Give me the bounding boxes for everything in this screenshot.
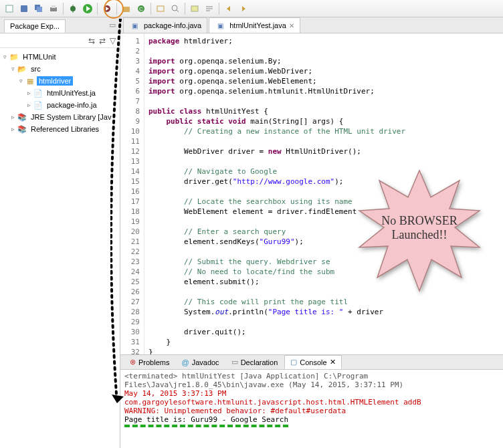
editor-tabs: ▣package-info.java ▣htmlUnitYest.java ✕ [120,17,503,33]
bottom-panel: ⊗Problems @Javadoc ▭Declaration ▢Console… [120,354,503,448]
ref-libraries-node[interactable]: ▹📚Referenced Libraries [1,123,118,135]
console-line-2: WARNING: Unimplemented behavior: #defaul… [124,407,499,415]
svg-rect-1 [21,5,27,12]
back-icon[interactable] [222,2,235,15]
tab-htmlunityest[interactable]: ▣htmlUnitYest.java ✕ [209,17,300,33]
svg-rect-13 [123,7,130,12]
package-explorer-tab[interactable]: Package Exp... [4,19,66,33]
search-icon[interactable] [169,2,182,15]
package-explorer: Package Exp... ▭ ⇆ ⇄ ▽ ▿📁HTMLUnit ▿📂src … [0,17,120,448]
format-icon[interactable] [203,2,216,15]
src-node[interactable]: ▿📂src [1,63,118,75]
tab-package-info[interactable]: ▣package-info.java [123,17,207,33]
minimize-icon[interactable]: ▭ [109,21,116,29]
toggle-comment-icon[interactable] [188,2,201,15]
svg-point-6 [70,6,76,11]
save-icon[interactable] [17,2,31,15]
debug-icon[interactable] [66,2,80,15]
close-icon[interactable]: ✕ [330,358,336,366]
svg-rect-16 [157,6,164,11]
package-node[interactable]: ▿▦htmldriver [1,75,118,87]
svg-line-18 [177,10,179,12]
new-package-icon[interactable] [120,2,133,15]
tab-problems[interactable]: ⊗Problems [124,356,175,368]
svg-text:C: C [139,6,143,12]
file-node-2[interactable]: ▹📄package-info.ja [1,99,118,111]
svg-marker-24 [242,6,245,11]
svg-point-17 [172,5,177,11]
console-terminated-line: <terminated> htmlUnitYest [Java Applicat… [124,372,499,389]
svg-rect-0 [6,5,13,12]
console-output[interactable]: <terminated> htmlUnitYest [Java Applicat… [120,370,503,448]
callout-line-2: Launched!! [356,228,483,242]
annotation-callout: No BROWSER Launched!! [356,167,483,294]
new-class-icon[interactable]: C [134,2,148,15]
save-all-icon[interactable] [32,2,45,15]
close-icon[interactable]: ✕ [289,22,294,29]
file-node-1[interactable]: ▹📄htmlUnitYest.ja [1,87,118,99]
svg-rect-19 [191,6,198,11]
console-line-3: Page title is: Guru99 - Google Search [124,415,499,427]
main-toolbar: C [0,0,503,17]
console-line-1: May 14, 2015 3:37:13 PM com.gargoylesoft… [124,389,499,407]
tab-declaration[interactable]: ▭Declaration [226,356,284,368]
svg-rect-3 [37,7,42,12]
run-button[interactable] [81,2,94,15]
tab-javadoc[interactable]: @Javadoc [176,356,224,368]
forward-icon[interactable] [237,2,250,15]
svg-rect-5 [52,5,56,8]
link-with-editor-icon[interactable]: ⇄ [99,36,106,45]
new-dropdown[interactable] [3,2,16,15]
line-gutter: 1234567891011121314151617181920212223242… [120,33,144,354]
project-node[interactable]: ▿📁HTMLUnit [1,51,118,63]
callout-line-1: No BROWSER [356,214,483,228]
collapse-all-icon[interactable]: ⇆ [88,36,95,45]
svg-marker-23 [227,6,230,11]
jre-node[interactable]: ▹📚JRE System Library [Jav [1,111,118,123]
tab-console[interactable]: ▢Console ✕ [284,355,341,369]
print-icon[interactable] [47,2,60,15]
view-menu-icon[interactable]: ▽ [110,36,116,45]
run-last-icon[interactable] [100,2,114,15]
open-type-icon[interactable] [154,2,167,15]
project-tree[interactable]: ▿📁HTMLUnit ▿📂src ▿▦htmldriver ▹📄htmlUnit… [0,48,120,448]
